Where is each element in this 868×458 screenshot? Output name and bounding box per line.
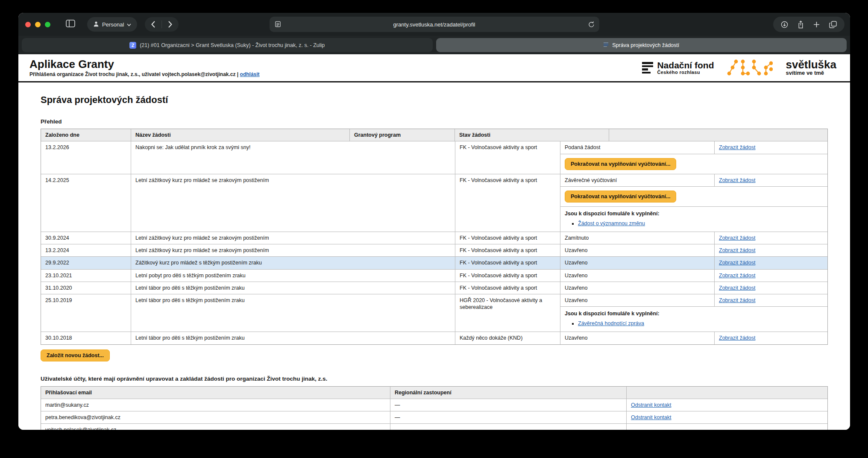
- login-info: Přihlášená organizace Život trochu jinak…: [29, 71, 260, 77]
- share-icon[interactable]: [793, 21, 809, 29]
- application-name-cell: Letní zážitkový kurz pro mládež se zrako…: [131, 244, 455, 256]
- address-text: granty.svetluska.net/zadatel/profil: [393, 21, 475, 28]
- account-action-cell: Odstranit kontakt: [627, 399, 827, 411]
- status-line: ZamítnutoZobrazit žádost: [560, 232, 827, 244]
- created-date-cell: 30.10.2018: [41, 332, 131, 344]
- address-bar[interactable]: granty.svetluska.net/zadatel/profil: [270, 17, 599, 32]
- view-application-link[interactable]: Zobrazit žádost: [719, 273, 755, 279]
- site-header: Aplikace Granty Přihlášená organizace Ži…: [18, 54, 850, 82]
- svetluska-text: světluška: [786, 59, 836, 70]
- application-row: 23.10.2021Letní pobyt pro děti s těžkým …: [41, 270, 827, 282]
- region-cell: —: [390, 399, 627, 411]
- form-list: Žádost o významnou změnu: [565, 220, 823, 226]
- zoom-window-button[interactable]: [45, 22, 50, 27]
- create-new-application-button[interactable]: Založit novou žádost...: [41, 349, 110, 361]
- view-link-cell: Zobrazit žádost: [715, 270, 827, 282]
- forward-button[interactable]: [162, 17, 179, 32]
- application-status-cell: Zamítnuto: [560, 232, 715, 244]
- view-application-link[interactable]: Zobrazit žádost: [719, 335, 755, 341]
- reload-icon[interactable]: [588, 21, 595, 29]
- application-status-cell: Podaná žádost: [560, 141, 715, 153]
- logout-link[interactable]: odhlásit: [240, 71, 260, 77]
- header-login-email: Přihlašovací email: [41, 387, 390, 399]
- form-list-item: Závěrečná hodnotící zpráva: [578, 320, 823, 326]
- created-date-cell: 25.10.2019: [41, 294, 131, 332]
- overview-label: Přehled: [41, 118, 828, 125]
- form-link[interactable]: Žádost o významnou změnu: [578, 220, 645, 226]
- partner-logos: Nadační fond Českého rozhlasu: [642, 58, 839, 78]
- page-settings-icon[interactable]: [275, 21, 281, 29]
- continue-filling-button[interactable]: Pokračovat na vyplňování vyúčtování...: [565, 158, 676, 170]
- continue-filling-button[interactable]: Pokračovat na vyplňování vyúčtování...: [565, 191, 676, 203]
- header-application-name: Název žádosti: [131, 129, 350, 141]
- region-cell: —: [390, 411, 627, 423]
- status-line: UzavřenoZobrazit žádost: [560, 244, 827, 256]
- email-cell: martin@sukany.cz: [41, 399, 390, 411]
- application-status-cell: Závěrečné vyúčtování: [560, 174, 715, 186]
- created-date-cell: 23.10.2021: [41, 270, 131, 282]
- header-actions: [609, 129, 827, 141]
- tab-zulip[interactable]: Z (21) #01 Organizacni > Grant Svetluska…: [22, 38, 433, 52]
- application-row: 13.2.2024Letní zážitkový kurz pro mládež…: [41, 244, 827, 257]
- tab-title: (21) #01 Organizacni > Grant Svetluska (…: [140, 42, 325, 48]
- tab-overview-button[interactable]: [824, 21, 842, 28]
- remove-contact-link[interactable]: Odstranit kontakt: [631, 414, 672, 420]
- application-name-cell: Zážitkový kurz pro mládež s těžkým posti…: [131, 257, 455, 269]
- ceskeho-rozhlasu-text: Českého rozhlasu: [657, 70, 714, 75]
- zulip-favicon-icon: Z: [129, 42, 136, 49]
- application-row: 30.10.2018Letní tábor pro děti s těžkým …: [41, 332, 827, 344]
- tab-sprava-zadosti[interactable]: Správa projektových žádostí: [436, 38, 847, 52]
- view-application-link[interactable]: Zobrazit žádost: [719, 247, 755, 253]
- downloads-button[interactable]: [776, 21, 793, 28]
- profile-button[interactable]: Personal: [87, 17, 137, 32]
- status-area: UzavřenoZobrazit žádost: [560, 257, 827, 269]
- cesky-rozhlas-icon: [642, 62, 653, 73]
- created-date-cell: 13.2.2026: [41, 141, 131, 173]
- header-created-date: Založeno dne: [41, 129, 131, 141]
- account-action-cell: [627, 424, 827, 430]
- view-application-link[interactable]: Zobrazit žádost: [719, 144, 755, 150]
- tab-strip: Z (21) #01 Organizacni > Grant Svetluska…: [18, 36, 850, 54]
- header-grant-program: Grantový program: [350, 129, 455, 141]
- created-date-cell: 29.9.2022: [41, 257, 131, 269]
- grant-program-cell: FK - Volnočasové aktivity a sport: [455, 282, 560, 294]
- view-application-link[interactable]: Zobrazit žádost: [719, 177, 755, 183]
- remove-contact-link[interactable]: Odstranit kontakt: [631, 402, 672, 408]
- application-row: 31.10.2020Letní tábor pro děti s těžkým …: [41, 282, 827, 294]
- view-application-link[interactable]: Zobrazit žádost: [719, 285, 755, 291]
- view-application-link[interactable]: Zobrazit žádost: [719, 235, 755, 241]
- status-area: UzavřenoZobrazit žádost: [560, 270, 827, 282]
- view-link-cell: Zobrazit žádost: [715, 244, 827, 256]
- view-application-link[interactable]: Zobrazit žádost: [719, 260, 755, 266]
- application-status-cell: Uzavřeno: [560, 244, 715, 256]
- account-row: vojtech.polasek@zivotjinak.cz—: [41, 424, 827, 430]
- created-date-cell: 31.10.2020: [41, 282, 131, 294]
- profile-label: Personal: [102, 21, 124, 28]
- login-info-text: Přihlášená organizace Život trochu jinak…: [29, 71, 238, 77]
- person-icon: [93, 21, 99, 28]
- sidebar-toggle-button[interactable]: [63, 17, 78, 32]
- grant-program-cell: FK - Volnočasové aktivity a sport: [455, 270, 560, 282]
- minimize-window-button[interactable]: [35, 22, 41, 27]
- view-link-cell: Zobrazit žádost: [715, 294, 827, 306]
- form-link[interactable]: Závěrečná hodnotící zpráva: [578, 320, 644, 326]
- account-action-cell: Odstranit kontakt: [627, 411, 827, 423]
- grant-program-cell: FK - Volnočasové aktivity a sport: [455, 232, 560, 244]
- view-link-cell: Zobrazit žádost: [715, 282, 827, 294]
- view-link-cell: Zobrazit žádost: [715, 332, 827, 344]
- back-button[interactable]: [145, 17, 161, 32]
- close-window-button[interactable]: [25, 22, 31, 27]
- application-status-cell: Uzavřeno: [560, 257, 715, 269]
- svetluska-constellation-icon: [727, 58, 773, 78]
- tab-title: Správa projektových žádostí: [612, 42, 679, 48]
- grant-program-cell: HGŘ 2020 - Volnočasové aktivity a sebere…: [455, 294, 560, 332]
- application-name-cell: Letní zážitkový kurz pro mládež se zrako…: [131, 174, 455, 232]
- new-tab-button[interactable]: [809, 21, 824, 28]
- created-date-cell: 13.2.2024: [41, 244, 131, 256]
- accounts-table: Přihlašovací emailRegionální zastoupením…: [41, 386, 828, 430]
- view-application-link[interactable]: Zobrazit žádost: [719, 297, 755, 303]
- email-cell: petra.benedikova@zivotjinak.cz: [41, 411, 390, 423]
- main-content: Správa projektových žádostí Přehled Zalo…: [18, 94, 850, 430]
- status-line: UzavřenoZobrazit žádost: [560, 282, 827, 294]
- toolbar-right-buttons: [773, 17, 845, 32]
